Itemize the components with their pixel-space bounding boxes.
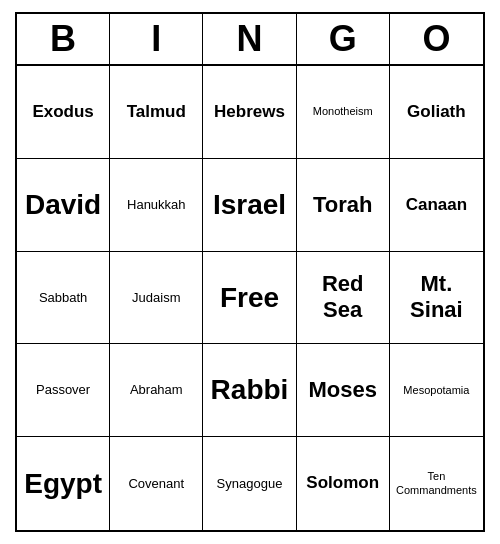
header-letter: I [110,14,203,64]
header-letter: G [297,14,390,64]
bingo-cell: Hebrews [203,66,296,159]
bingo-cell: Synagogue [203,437,296,530]
bingo-cell: Exodus [17,66,110,159]
bingo-cell: Rabbi [203,344,296,437]
bingo-cell: Covenant [110,437,203,530]
bingo-cell: Talmud [110,66,203,159]
header-letter: N [203,14,296,64]
bingo-cell: Canaan [390,159,483,252]
bingo-cell: Hanukkah [110,159,203,252]
bingo-card: BINGO ExodusTalmudHebrewsMonotheismGolia… [15,12,485,532]
bingo-cell: Red Sea [297,252,390,345]
bingo-cell: Sabbath [17,252,110,345]
bingo-cell: Egypt [17,437,110,530]
bingo-cell: Ten Commandments [390,437,483,530]
bingo-cell: David [17,159,110,252]
bingo-cell: Abraham [110,344,203,437]
bingo-cell: Goliath [390,66,483,159]
header-letter: O [390,14,483,64]
bingo-header: BINGO [15,12,485,64]
bingo-cell: Moses [297,344,390,437]
bingo-cell: Mt. Sinai [390,252,483,345]
bingo-grid: ExodusTalmudHebrewsMonotheismGoliathDavi… [15,64,485,532]
header-letter: B [17,14,110,64]
bingo-cell: Israel [203,159,296,252]
bingo-cell: Passover [17,344,110,437]
bingo-cell: Solomon [297,437,390,530]
bingo-cell: Torah [297,159,390,252]
bingo-cell: Monotheism [297,66,390,159]
bingo-cell: Free [203,252,296,345]
bingo-cell: Judaism [110,252,203,345]
bingo-cell: Mesopotamia [390,344,483,437]
